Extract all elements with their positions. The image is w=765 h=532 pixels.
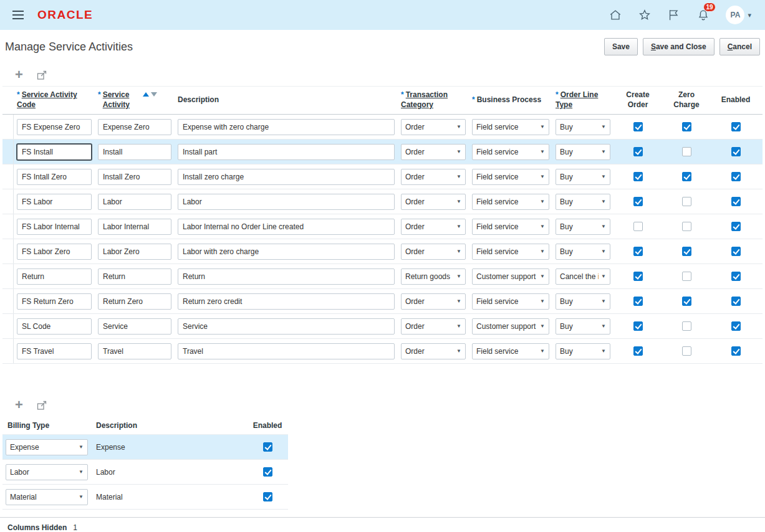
column-header-order-line-type[interactable]: *Order Line Type	[552, 88, 613, 112]
business-process-select[interactable]: Field service▼	[472, 169, 549, 185]
order-line-type-select[interactable]: Buy▼	[556, 194, 610, 210]
service-activity-code-input[interactable]	[17, 219, 92, 235]
create-order-checkbox[interactable]	[633, 321, 643, 331]
service-activity-code-input[interactable]	[17, 144, 92, 160]
create-order-checkbox[interactable]	[633, 197, 643, 206]
enabled-checkbox[interactable]	[731, 321, 741, 331]
transaction-category-select[interactable]: Return goods▼	[401, 268, 466, 285]
sort-descending-icon[interactable]	[151, 92, 157, 97]
add-row-icon[interactable]: +	[15, 400, 23, 410]
service-activity-input[interactable]	[98, 318, 171, 335]
row-handle[interactable]	[2, 289, 14, 313]
flag-icon[interactable]	[667, 8, 681, 22]
description-input[interactable]	[178, 169, 395, 185]
order-line-type-select[interactable]: Cancel the item▼	[556, 268, 610, 285]
create-order-checkbox[interactable]	[633, 172, 643, 181]
row-handle[interactable]	[2, 314, 14, 338]
table-row[interactable]: Order▼Field service▼Buy▼	[2, 189, 763, 214]
business-process-select[interactable]: Field service▼	[472, 119, 549, 135]
transaction-category-select[interactable]: Order▼	[401, 293, 466, 310]
zero-charge-checkbox[interactable]	[682, 172, 691, 181]
order-line-type-select[interactable]: Buy▼	[556, 119, 610, 135]
order-line-type-select[interactable]: Buy▼	[556, 144, 610, 160]
user-menu[interactable]: PA ▾	[726, 6, 751, 24]
transaction-category-select[interactable]: Order▼	[401, 343, 466, 359]
detach-icon[interactable]	[37, 400, 47, 411]
table-row[interactable]: Order▼Field service▼Buy▼	[2, 339, 763, 364]
zero-charge-checkbox[interactable]	[682, 122, 691, 131]
row-handle[interactable]	[2, 239, 14, 264]
business-process-select[interactable]: Field service▼	[472, 343, 549, 359]
cancel-button[interactable]: Cancel	[719, 38, 760, 55]
favorites-star-icon[interactable]	[638, 8, 652, 22]
description-input[interactable]	[178, 318, 395, 335]
description-input[interactable]	[178, 119, 395, 135]
notifications-bell-icon[interactable]: 19	[696, 8, 710, 22]
business-process-select[interactable]: Field service▼	[472, 194, 549, 210]
description-input[interactable]	[178, 194, 395, 210]
enabled-checkbox[interactable]	[263, 492, 272, 501]
column-header-service-activity[interactable]: *Service Activity	[95, 88, 175, 112]
row-handle[interactable]	[2, 164, 14, 189]
create-order-checkbox[interactable]	[633, 222, 643, 231]
description-input[interactable]	[178, 219, 395, 235]
service-activity-input[interactable]	[98, 219, 171, 235]
billing-type-select[interactable]: Material▼	[6, 489, 88, 505]
table-row[interactable]: Order▼Field service▼Buy▼	[2, 214, 763, 239]
zero-charge-checkbox[interactable]	[682, 272, 691, 281]
business-process-select[interactable]: Customer support▼	[472, 268, 549, 285]
description-input[interactable]	[178, 343, 395, 359]
business-process-select[interactable]: Field service▼	[472, 219, 549, 235]
table-row[interactable]: Order▼Field service▼Buy▼	[2, 164, 763, 189]
zero-charge-checkbox[interactable]	[682, 197, 691, 206]
service-activity-input[interactable]	[98, 343, 171, 359]
description-input[interactable]	[178, 268, 395, 285]
zero-charge-checkbox[interactable]	[682, 297, 691, 306]
save-button[interactable]: Save	[604, 38, 638, 55]
enabled-checkbox[interactable]	[263, 442, 272, 452]
billing-type-select[interactable]: Expense▼	[6, 439, 88, 455]
create-order-checkbox[interactable]	[633, 247, 643, 256]
create-order-checkbox[interactable]	[633, 147, 643, 156]
row-handle[interactable]	[2, 189, 14, 214]
transaction-category-select[interactable]: Order▼	[401, 244, 466, 260]
enabled-checkbox[interactable]	[731, 346, 741, 356]
service-activity-code-input[interactable]	[17, 293, 92, 310]
description-input[interactable]	[178, 144, 395, 160]
enabled-checkbox[interactable]	[731, 147, 741, 156]
zero-charge-checkbox[interactable]	[682, 222, 691, 231]
description-input[interactable]	[178, 244, 395, 260]
service-activity-code-input[interactable]	[17, 194, 92, 210]
row-handle[interactable]	[2, 339, 14, 363]
home-icon[interactable]	[609, 8, 622, 22]
zero-charge-checkbox[interactable]	[682, 321, 691, 331]
order-line-type-select[interactable]: Buy▼	[556, 293, 610, 310]
create-order-checkbox[interactable]	[633, 122, 643, 131]
service-activity-input[interactable]	[98, 144, 171, 160]
create-order-checkbox[interactable]	[633, 297, 643, 306]
enabled-checkbox[interactable]	[731, 197, 741, 206]
table-row[interactable]: Order▼Field service▼Buy▼	[2, 289, 763, 314]
column-header-service-activity-code[interactable]: *Service Activity Code	[14, 88, 95, 112]
column-header-transaction-category[interactable]: *Transaction Category	[398, 88, 469, 112]
row-handle[interactable]	[2, 264, 14, 288]
enabled-checkbox[interactable]	[731, 172, 741, 181]
zero-charge-checkbox[interactable]	[682, 147, 691, 156]
sort-ascending-icon[interactable]	[143, 92, 149, 97]
service-activity-code-input[interactable]	[17, 119, 92, 135]
service-activity-input[interactable]	[98, 293, 171, 310]
enabled-checkbox[interactable]	[731, 272, 741, 281]
row-handle[interactable]	[2, 115, 14, 139]
detach-icon[interactable]	[37, 70, 47, 80]
menu-icon[interactable]	[10, 8, 26, 22]
enabled-checkbox[interactable]	[263, 467, 272, 477]
service-activity-input[interactable]	[98, 244, 171, 260]
transaction-category-select[interactable]: Order▼	[401, 194, 466, 210]
enabled-checkbox[interactable]	[731, 122, 741, 131]
service-activity-input[interactable]	[98, 169, 171, 185]
order-line-type-select[interactable]: Buy▼	[556, 219, 610, 235]
table-row[interactable]: Order▼Customer support▼Buy▼	[2, 314, 763, 339]
create-order-checkbox[interactable]	[633, 272, 643, 281]
order-line-type-select[interactable]: Buy▼	[556, 169, 610, 185]
transaction-category-select[interactable]: Order▼	[401, 318, 466, 335]
